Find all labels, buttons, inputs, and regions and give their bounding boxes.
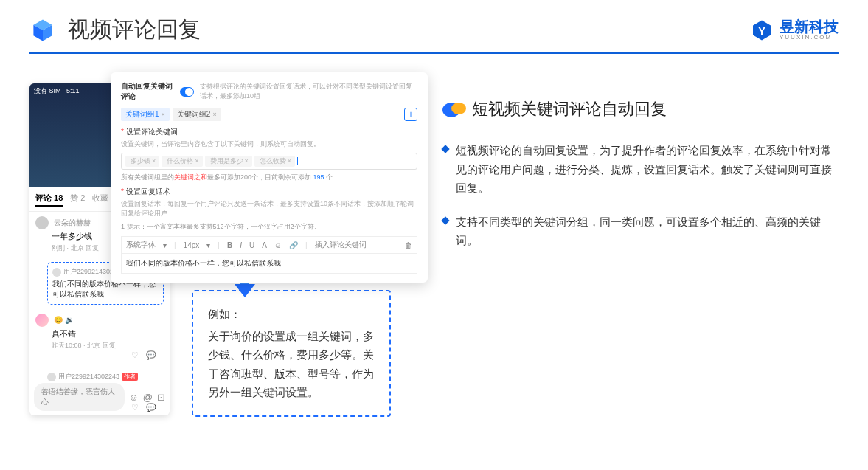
keyword-chip: 什么价格× — [162, 156, 202, 167]
header-divider — [29, 52, 839, 54]
avatar — [47, 373, 56, 381]
color-button[interactable]: A — [262, 241, 267, 249]
comment-username: 😊 🔉 — [54, 316, 74, 324]
keywords-section-label: 设置评论关键词 — [121, 127, 417, 137]
avatar — [52, 268, 61, 277]
keyword-group-tab-1[interactable]: 关键词组1× — [121, 108, 170, 121]
tab-comments[interactable]: 评论 18 — [35, 193, 63, 207]
italic-button[interactable]: I — [240, 241, 242, 249]
emoji-button[interactable]: ☺ — [274, 241, 282, 249]
header: 视频评论回复 Y 昱新科技 YUUXIN.COM — [0, 0, 868, 52]
underline-button[interactable]: U — [249, 241, 254, 249]
avatar — [35, 314, 49, 327]
cube-icon — [29, 17, 56, 44]
example-body: 关于询价的设置成一组关键词，多少钱、什么价格，费用多少等。关于咨询班型、版本、型… — [208, 327, 375, 402]
diamond-bullet-icon — [441, 216, 449, 224]
section-title: 短视频关键词评论自动回复 — [472, 98, 667, 120]
chat-bubble-icon — [442, 100, 463, 118]
brand-logo: Y 昱新科技 YUUXIN.COM — [750, 18, 839, 42]
editor-toolbar: 系统字体▾| 14px▾| B I U A ☺ 🔗| 插入评论关键词 🗑 — [121, 236, 417, 254]
keyword-chip: 怎么收费× — [254, 156, 295, 167]
reply-hint: 1 提示：一个富文本框最多支持512个字符，一个汉字占用2个字符。 — [121, 222, 417, 232]
keyword-chip: 费用是多少× — [205, 156, 252, 167]
emoji-icon[interactable]: ☺ — [129, 392, 139, 403]
heart-icon[interactable]: ♡ — [131, 350, 139, 360]
comment-text: 真不错 — [52, 328, 164, 339]
page-title: 视频评论回复 — [68, 15, 201, 45]
keywords-hint: 所有关键词组里的关键词之和最多可添加200个，目前剩余可添加 195 个 — [121, 173, 417, 182]
keyword-chip: 多少钱× — [125, 156, 159, 167]
delete-icon[interactable]: 🗑 — [405, 241, 412, 249]
close-icon[interactable]: × — [162, 111, 165, 118]
example-title: 例如： — [208, 305, 375, 324]
insert-keyword-button[interactable]: 插入评论关键词 — [315, 240, 367, 250]
avatar — [35, 216, 49, 229]
tab-favorites[interactable]: 收藏 — [92, 193, 108, 207]
keywords-input[interactable]: 多少钱× 什么价格× 费用是多少× 怎么收费× — [121, 153, 417, 170]
author-tag: 作者 — [122, 373, 138, 381]
auto-reply-toggle[interactable] — [180, 87, 194, 97]
reply-content[interactable]: 我们不同的版本价格不一样，您可以私信联系我 — [121, 254, 417, 274]
config-desc: 支持根据评论的关键词设置回复话术，可以针对不同类型关键词设置回复话术，最多添加1… — [200, 82, 417, 101]
config-panel: 自动回复关键词评论 支持根据评论的关键词设置回复话术，可以针对不同类型关键词设置… — [111, 72, 428, 283]
keywords-section-desc: 设置关键词，当评论里内容包含了以下关键词，则系统可自动回复。 — [121, 139, 417, 149]
logo-hex-icon: Y — [750, 18, 774, 42]
image-icon[interactable]: ⊡ — [157, 392, 165, 403]
tab-likes[interactable]: 赞 2 — [70, 193, 85, 207]
link-button[interactable]: 🔗 — [289, 241, 298, 249]
reply-section-label: 设置回复话术 — [121, 187, 417, 197]
comment-icon[interactable]: 💬 — [146, 350, 156, 360]
font-size-select[interactable]: 14px — [184, 241, 200, 249]
diamond-bullet-icon — [441, 145, 449, 153]
reply-username: 用户2299214302243 — [58, 372, 119, 381]
example-box: 例如： 关于询价的设置成一组关键词，多少钱、什么价格，费用多少等。关于咨询班型、… — [192, 290, 391, 417]
bullet-text: 支持不同类型的关键词分组，同一类问题，可设置多个相近的、高频的关键词。 — [456, 212, 839, 250]
keyword-group-tab-2[interactable]: 关键词组2× — [173, 108, 221, 121]
brand-sub: YUUXIN.COM — [780, 34, 839, 41]
brand-name: 昱新科技 — [780, 19, 839, 34]
comment-input[interactable]: 善语结善缘，恶言伤人心 — [34, 383, 125, 411]
close-icon[interactable]: × — [212, 111, 216, 118]
add-group-button[interactable]: + — [404, 108, 417, 121]
svg-point-3 — [451, 103, 466, 114]
at-icon[interactable]: @ — [143, 392, 153, 403]
reply-section-desc: 设置回复话术，每回复一个用户评论只发送一条话术，最多支持设置10条不同话术，按添… — [121, 199, 417, 218]
svg-text:Y: Y — [758, 24, 765, 36]
bullet-text: 短视频评论的自动回复设置，为了提升作者的评论回复效率，在系统中针对常见的评论用户… — [456, 141, 839, 198]
font-select[interactable]: 系统字体 — [126, 240, 156, 250]
comment-meta: 昨天10:08 · 北京 回复 — [52, 341, 164, 350]
config-title: 自动回复关键词评论 — [121, 81, 174, 102]
comment-username: 云朵的赫赫 — [54, 218, 91, 227]
bold-button[interactable]: B — [227, 241, 232, 249]
